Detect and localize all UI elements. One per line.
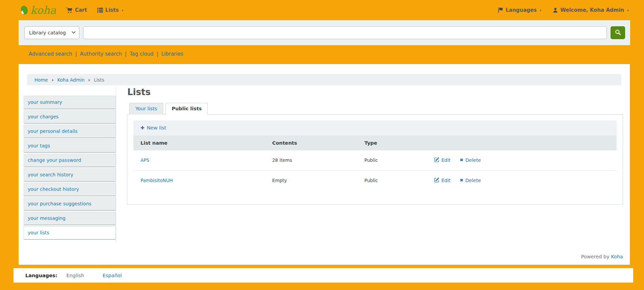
delete-label: Delete (465, 178, 481, 183)
languages-menu-label: Languages (506, 7, 537, 13)
koha-logo[interactable]: koha (19, 4, 56, 16)
list-type: Public (357, 150, 427, 171)
chevron-down-icon: ▾ (627, 8, 629, 12)
link-separator: | (75, 51, 77, 57)
search-submit-button[interactable] (611, 26, 625, 39)
public-lists-panel: ✚ New list List name Contents Type (127, 115, 623, 205)
breadcrumb-separator-icon: › (52, 77, 54, 83)
koha-link[interactable]: Koha (611, 254, 623, 259)
cart-icon (66, 7, 73, 13)
list-contents: 28 items (265, 150, 357, 171)
column-header-contents: Contents (265, 136, 357, 150)
breadcrumb-current: Lists (94, 77, 104, 83)
koha-logo-text: koha (30, 5, 56, 16)
table-header-row: List name Contents Type (133, 136, 617, 150)
tab-public-lists[interactable]: Public lists (165, 103, 208, 115)
delete-list-button[interactable]: ✖ Delete (460, 178, 481, 183)
search-icon (615, 29, 621, 36)
powered-by: Powered by Koha (581, 254, 623, 259)
edit-list-button[interactable]: Edit (434, 177, 450, 183)
sidebar-item-change-your-password[interactable]: change your password (24, 154, 116, 167)
breadcrumb-separator-icon: › (88, 77, 90, 83)
powered-by-text: Powered by (581, 254, 610, 259)
list-icon (97, 8, 103, 12)
tab-your-lists[interactable]: Your lists (129, 103, 163, 115)
languages-label: Languages: (25, 273, 57, 278)
public-lists-table: List name Contents Type APS 28 items Pub… (133, 136, 617, 191)
top-navbar: koha Cart Lists ▾ (0, 0, 644, 20)
lists-toolbar: ✚ New list (133, 120, 617, 136)
tag-cloud-link[interactable]: Tag cloud (130, 51, 154, 57)
list-contents: Empty (265, 170, 357, 191)
search-category-select[interactable]: Library catalog (24, 26, 79, 39)
sidebar-item-your-charges[interactable]: your charges (24, 110, 116, 124)
delete-x-icon: ✖ (460, 157, 463, 163)
edit-label: Edit (441, 157, 450, 163)
user-icon (553, 7, 558, 13)
new-list-button[interactable]: ✚ New list (140, 125, 166, 130)
lists-menu-label: Lists (105, 7, 119, 13)
user-menu-button[interactable]: Welcome, Koha Admin ▾ (553, 7, 629, 13)
language-link-espanol[interactable]: Español (103, 273, 122, 278)
edit-icon (434, 177, 439, 183)
delete-x-icon: ✖ (460, 178, 463, 183)
lists-main-column: Lists Your lists Public lists ✚ New list… (127, 87, 623, 242)
sidebar-item-your-personal-details[interactable]: your personal details (24, 125, 116, 138)
lists-menu-button[interactable]: Lists ▾ (97, 7, 124, 13)
list-type: Public (357, 170, 427, 191)
new-list-label: New list (147, 125, 166, 130)
edit-label: Edit (441, 178, 450, 183)
table-row: PambisitoNUH Empty Public (133, 170, 617, 191)
plus-icon: ✚ (140, 125, 145, 130)
quick-search-links: Advanced search|Authority search|Tag clo… (0, 45, 644, 64)
breadcrumb-home-link[interactable]: Home (34, 77, 48, 83)
breadcrumb-account-link[interactable]: Koha Admin (57, 77, 85, 83)
catalog-search-input[interactable] (83, 26, 607, 39)
sidebar-item-your-lists[interactable]: your lists (24, 226, 116, 240)
user-menu-label: Welcome, Koha Admin (560, 7, 624, 13)
column-header-list-name: List name (133, 136, 265, 150)
flag-icon (498, 7, 503, 13)
sidebar-item-your-purchase-suggestions[interactable]: your purchase suggestions (24, 197, 116, 211)
lists-tabs: Your lists Public lists (127, 103, 623, 115)
cart-label: Cart (75, 7, 87, 13)
page-title: Lists (127, 87, 623, 97)
language-footer: Languages: English Español (14, 268, 633, 283)
link-separator: | (125, 51, 127, 57)
libraries-link[interactable]: Libraries (161, 51, 183, 57)
list-link-pambisitonuh[interactable]: PambisitoNUH (140, 178, 173, 183)
sidebar-item-your-checkout-history[interactable]: your checkout history (24, 183, 116, 196)
list-link-aps[interactable]: APS (140, 157, 149, 163)
sidebar-item-your-tags[interactable]: your tags (24, 139, 116, 153)
edit-icon (434, 157, 439, 163)
delete-label: Delete (465, 157, 481, 163)
select-chevron-icon (72, 30, 75, 34)
koha-logo-icon (19, 4, 30, 16)
search-category-value: Library catalog (29, 30, 66, 35)
languages-menu-button[interactable]: Languages ▾ (498, 7, 541, 13)
table-row: APS 28 items Public (133, 150, 617, 171)
sidebar-item-your-summary[interactable]: your summary (24, 96, 116, 109)
column-header-actions (427, 136, 617, 150)
column-header-type: Type (357, 136, 427, 150)
advanced-search-link[interactable]: Advanced search (29, 51, 72, 57)
cart-button[interactable]: Cart (66, 7, 87, 13)
sidebar-item-your-messaging[interactable]: your messaging (24, 212, 116, 225)
delete-list-button[interactable]: ✖ Delete (460, 157, 481, 163)
edit-list-button[interactable]: Edit (434, 157, 450, 163)
chevron-down-icon: ▾ (540, 8, 541, 12)
language-current-english: English (66, 273, 84, 278)
chevron-down-icon: ▾ (122, 8, 123, 12)
authority-search-link[interactable]: Authority search (80, 51, 122, 57)
breadcrumb: Home › Koha Admin › Lists (27, 74, 621, 85)
main-content-container: Home › Koha Admin › Lists your summary y… (19, 64, 630, 265)
account-sidebar: your summary your charges your personal … (24, 87, 116, 242)
link-separator: | (157, 51, 158, 57)
sidebar-item-your-search-history[interactable]: your search history (24, 168, 116, 182)
search-band: Library catalog (19, 20, 630, 45)
